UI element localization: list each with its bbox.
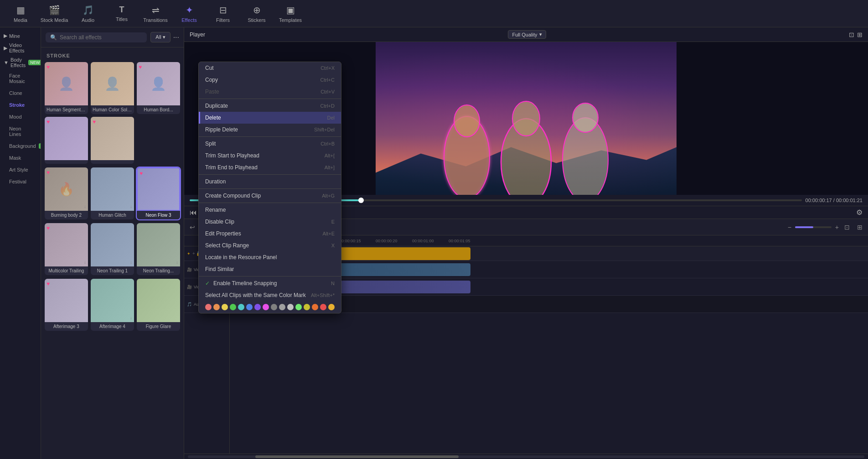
- ctx-cut[interactable]: Cut Ctrl+X: [199, 62, 341, 74]
- color-dot-red[interactable]: [320, 304, 326, 310]
- effect-card-neon-trailing-x[interactable]: ↓ Neon Trailing...: [137, 223, 180, 275]
- ctx-copy[interactable]: Copy Ctrl+C: [199, 74, 341, 86]
- toolbar-audio[interactable]: 🎵 Audio: [72, 1, 104, 26]
- tl-undo-btn[interactable]: ↩: [188, 223, 197, 232]
- section-video-effects[interactable]: ▶ Video Effects: [0, 41, 41, 55]
- left-item-mood[interactable]: Mood: [2, 111, 39, 122]
- ctx-clip-range[interactable]: Select Clip Range X: [199, 240, 341, 251]
- color-dot-blue[interactable]: [246, 304, 253, 310]
- left-item-background[interactable]: Background NEW: [2, 141, 39, 151]
- left-item-stroke[interactable]: Stroke: [2, 99, 39, 110]
- player-settings-btn[interactable]: ⚙: [856, 208, 863, 217]
- effect-card-human-color[interactable]: 👤 Human Color Solution: [91, 62, 134, 114]
- color-dot-gray2[interactable]: [279, 304, 285, 310]
- ctx-trim-end[interactable]: Trim End to Playhead Alt+]: [199, 162, 341, 173]
- effect-card-human-glitch[interactable]: ↓ Human Glitch: [91, 167, 134, 219]
- svg-point-3: [512, 101, 540, 136]
- left-item-festival[interactable]: Festival: [2, 176, 39, 187]
- color-dot-green[interactable]: [230, 304, 236, 310]
- left-item-mask[interactable]: Mask: [2, 152, 39, 163]
- player-quality-dropdown[interactable]: Full Quality ▾: [508, 30, 546, 39]
- player-minimize-btn[interactable]: ⊡: [849, 31, 854, 38]
- more-options-button[interactable]: ···: [173, 33, 179, 42]
- color-dot-orange[interactable]: [213, 304, 220, 310]
- effect-card-afterimage-3[interactable]: ♥ Afterimage 3: [45, 279, 88, 331]
- ctx-split[interactable]: Split Ctrl+B: [199, 138, 341, 150]
- scrubber-handle[interactable]: [358, 198, 364, 203]
- effect-card-burning[interactable]: ♥ 🔥 ↓ Burning body 2: [45, 167, 88, 219]
- tl-zoom-out-btn[interactable]: −: [786, 223, 793, 232]
- effect-card-human-bord[interactable]: ♥ 👤 Human Bord...: [137, 62, 180, 114]
- ctx-color-mark[interactable]: Select All Clips with the Same Color Mar…: [199, 289, 341, 301]
- stickers-icon: ⊕: [253, 5, 261, 16]
- color-dot-gold[interactable]: [304, 304, 310, 310]
- th-add-icon[interactable]: +: [192, 251, 195, 256]
- tl-zoom-track[interactable]: [795, 226, 832, 228]
- ctx-sep-1: [199, 99, 341, 99]
- effect-card-neon-flow-3[interactable]: ♥ Neon Flow 3: [137, 167, 180, 219]
- search-input[interactable]: [60, 34, 142, 41]
- left-item-neon-lines[interactable]: Neon Lines: [2, 123, 39, 140]
- player-fullscreen-btn[interactable]: ⊞: [857, 31, 863, 38]
- ctx-disable[interactable]: Disable Clip E: [199, 216, 341, 228]
- effects-grid-4: ♥ Afterimage 3 ↓ Afterimage 4 Figure Gla…: [45, 279, 180, 331]
- color-dot-pink[interactable]: [205, 304, 212, 310]
- transitions-icon: ⇌: [152, 5, 160, 16]
- color-dot-amber[interactable]: [312, 304, 318, 310]
- color-dot-purple[interactable]: [254, 304, 261, 310]
- effect-card-5[interactable]: ♥: [91, 117, 134, 164]
- ctx-disable-shortcut: E: [331, 219, 335, 224]
- tl-fit-btn[interactable]: ⊡: [842, 223, 852, 232]
- templates-icon: ▣: [286, 5, 295, 16]
- color-dot-gray1[interactable]: [271, 304, 277, 310]
- effect-card-figure-glare[interactable]: Figure Glare: [137, 279, 180, 331]
- effect-heart-neon-flow: ♥: [140, 170, 143, 177]
- color-dot-magenta[interactable]: [263, 304, 269, 310]
- dl-icon-glitch: ↓: [130, 204, 132, 209]
- ctx-compound[interactable]: Create Compound Clip Alt+G: [199, 190, 341, 202]
- ctx-rename[interactable]: Rename: [199, 204, 341, 216]
- toolbar-templates[interactable]: ▣ Templates: [274, 1, 306, 26]
- effect-card-multicolor[interactable]: ♥ ↓ Multicolor Trailing: [45, 223, 88, 275]
- effect-name-human-glitch: Human Glitch: [91, 211, 134, 219]
- toolbar-effects[interactable]: ✦ Effects: [173, 1, 205, 26]
- ctx-delete[interactable]: Delete Del: [199, 112, 341, 124]
- ctx-duration[interactable]: Duration: [199, 176, 341, 188]
- effect-card-4[interactable]: ♥: [45, 117, 88, 164]
- left-item-face-mosaic[interactable]: Face Mosaic: [2, 70, 39, 87]
- timeline-scrollbar[interactable]: [188, 455, 864, 458]
- color-dot-gold2[interactable]: [328, 304, 335, 310]
- toolbar-titles[interactable]: T Titles: [106, 1, 138, 26]
- color-dot-gray3[interactable]: [287, 304, 294, 310]
- toolbar-media[interactable]: ▦ Media: [5, 1, 36, 26]
- left-item-clone[interactable]: Clone: [2, 88, 39, 99]
- ctx-duplicate[interactable]: Duplicate Ctrl+D: [199, 100, 341, 112]
- ctx-find-similar[interactable]: Find Similar: [199, 263, 341, 275]
- ctx-ripple-delete[interactable]: Ripple Delete Shift+Del: [199, 124, 341, 136]
- effect-card-neon-trailing-1[interactable]: ↓ Neon Trailing 1: [91, 223, 134, 275]
- effect-card-afterimage-4[interactable]: ↓ Afterimage 4: [91, 279, 134, 331]
- color-dot-yellow[interactable]: [222, 304, 228, 310]
- tl-grid-btn[interactable]: ⊞: [855, 223, 864, 232]
- tl-zoom-in-btn[interactable]: +: [833, 223, 841, 232]
- toolbar-transitions[interactable]: ⇌ Transitions: [140, 1, 171, 26]
- color-dot-lime[interactable]: [295, 304, 302, 310]
- player-skip-back-btn[interactable]: ⏮: [190, 209, 197, 217]
- toolbar-filters[interactable]: ⊟ Filters: [207, 1, 239, 26]
- ctx-snapping[interactable]: ✓ Enable Timeline Snapping N: [199, 277, 341, 289]
- ctx-copy-shortcut: Ctrl+C: [320, 77, 335, 83]
- effect-name-5: [91, 160, 134, 164]
- effect-name-human-segmentation: Human Segmentation: [45, 105, 88, 114]
- left-item-art-style[interactable]: Art Style: [2, 164, 39, 175]
- search-input-wrap[interactable]: 🔍: [46, 32, 147, 42]
- filter-all-button[interactable]: All ▾: [150, 32, 170, 42]
- ctx-properties[interactable]: Edit Properties Alt+E: [199, 228, 341, 240]
- color-dot-teal[interactable]: [238, 304, 244, 310]
- ctx-locate[interactable]: Locate in the Resource Panel: [199, 251, 341, 263]
- section-body-effects[interactable]: ▼ Body Effects NEW: [0, 55, 41, 70]
- ctx-trim-start[interactable]: Trim Start to Playhead Alt+[: [199, 150, 341, 162]
- section-mine[interactable]: ▶ Mine: [0, 31, 41, 41]
- toolbar-stickers[interactable]: ⊕ Stickers: [241, 1, 273, 26]
- toolbar-stock-media[interactable]: 🎬 Stock Media: [38, 1, 70, 26]
- effect-card-human-segmentation[interactable]: ♥ 👤 Human Segmentation: [45, 62, 88, 114]
